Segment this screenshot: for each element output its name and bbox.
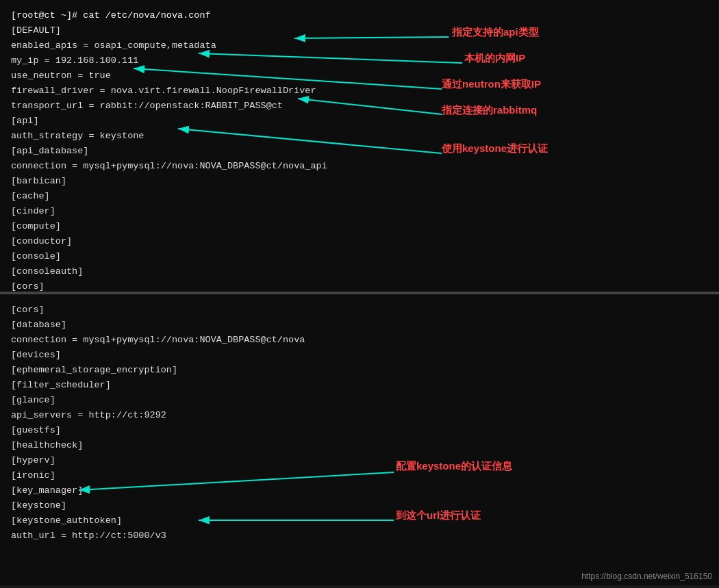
code-line: use_neutron = true [11,68,708,84]
annotation-keystone-auth: 使用keystone进行认证 [442,142,548,155]
code-line: my_ip = 192.168.100.111 [11,53,708,68]
code-block-top: [root@ct ~]# cat /etc/nova/nova.conf [DE… [11,8,708,294]
code-line: [compute] [11,219,708,234]
code-line: enabled_apis = osapi_compute,metadata [11,38,708,53]
code-line: [conductor] [11,234,708,249]
code-line: firewall_driver = nova.virt.firewall.Noo… [11,84,708,99]
code-line: [key_manager] [11,483,708,498]
code-line: [healthcheck] [11,438,708,453]
code-line: [ephemeral_storage_encryption] [11,363,708,378]
code-line: [api_database] [11,144,708,159]
annotation-api-type: 指定支持的api类型 [452,26,539,39]
annotation-neutron: 通过neutron来获取IP [442,78,541,91]
code-line: [DEFAULT] [11,23,708,38]
code-line: [filter_scheduler] [11,378,708,393]
code-line: [hyperv] [11,453,708,468]
code-line: auth_url = http://ct:5000/v3 [11,528,708,544]
code-line: [glance] [11,393,708,408]
code-line: [ironic] [11,468,708,483]
code-line: [cors] [11,303,708,318]
code-line: [console] [11,249,708,264]
code-line: [keystone_authtoken] [11,513,708,528]
code-line: [api] [11,114,708,129]
watermark: https://blog.csdn.net/weixin_516150 [581,572,712,581]
code-block-bottom: [cors] [database] connection = mysql+pym… [11,303,708,544]
annotation-keystone-config: 配置keystone的认证信息 [396,460,512,473]
top-panel: [root@ct ~]# cat /etc/nova/nova.conf [DE… [0,0,719,294]
code-line: [keystone] [11,498,708,513]
code-line: [cache] [11,189,708,204]
bottom-panel: [cors] [database] connection = mysql+pym… [0,294,719,585]
code-line: [barbican] [11,174,708,189]
code-line: transport_url = rabbit://openstack:RABBI… [11,99,708,114]
code-line: [guestfs] [11,423,708,438]
code-line: [cinder] [11,204,708,219]
code-line: auth_strategy = keystone [11,129,708,144]
annotation-myip: 本机的内网IP [464,52,525,65]
code-line: [database] [11,318,708,333]
code-line: connection = mysql+pymysql://nova:NOVA_D… [11,333,708,348]
annotation-rabbitmq: 指定连接的rabbitmq [442,104,537,117]
code-line: [devices] [11,348,708,363]
code-line: [root@ct ~]# cat /etc/nova/nova.conf [11,8,708,23]
code-line: [consoleauth] [11,264,708,279]
code-line: connection = mysql+pymysql://nova:NOVA_D… [11,159,708,174]
code-line: [cors] [11,279,708,294]
code-line: api_servers = http://ct:9292 [11,408,708,423]
annotation-url-auth: 到这个url进行认证 [396,509,481,522]
